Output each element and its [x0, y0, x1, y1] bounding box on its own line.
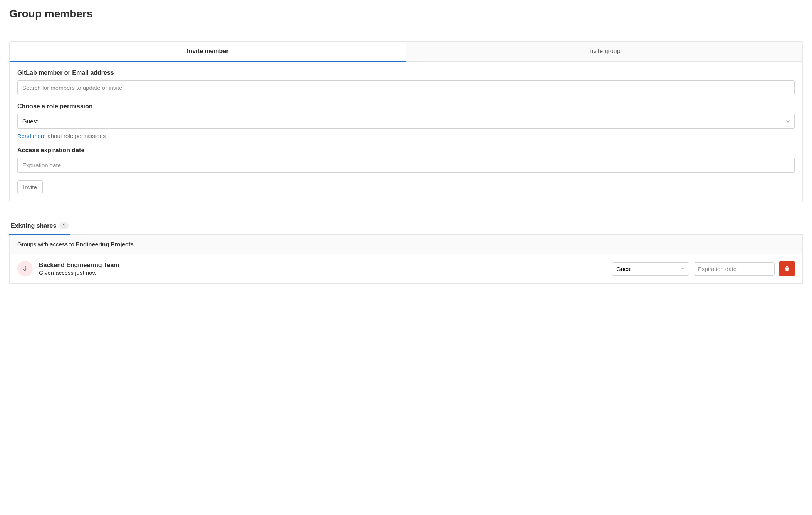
role-help-rest: about role permissions	[46, 133, 106, 139]
tab-existing-shares[interactable]: Existing shares 1	[9, 217, 70, 235]
shares-header: Groups with access to Engineering Projec…	[9, 235, 803, 254]
share-expiration-input[interactable]	[694, 262, 775, 276]
page-title: Group members	[9, 8, 803, 20]
delete-share-button[interactable]	[779, 261, 795, 276]
existing-shares-section: Existing shares 1 Groups with access to …	[9, 217, 803, 284]
shares-header-project: Engineering Projects	[76, 241, 134, 247]
share-info: Backend Engineering Team Given access ju…	[39, 262, 606, 276]
divider	[9, 29, 803, 29]
role-label: Choose a role permission	[17, 103, 795, 110]
share-controls: Guest	[612, 261, 795, 276]
role-select[interactable]: Guest	[17, 114, 795, 129]
read-more-link[interactable]: Read more	[17, 133, 46, 139]
existing-shares-label: Existing shares	[11, 222, 56, 229]
member-search-input[interactable]	[17, 80, 795, 95]
share-row: J Backend Engineering Team Given access …	[9, 254, 803, 284]
expiration-label: Access expiration date	[17, 147, 795, 154]
role-help-text: Read more about role permissions	[17, 133, 795, 139]
invite-panel: GitLab member or Email address Choose a …	[9, 62, 803, 202]
member-label: GitLab member or Email address	[17, 69, 795, 76]
share-role-select[interactable]: Guest	[612, 262, 689, 276]
invite-tabs: Invite member Invite group	[9, 41, 803, 62]
avatar: J	[17, 261, 33, 276]
trash-icon	[784, 266, 790, 272]
tab-invite-member[interactable]: Invite member	[10, 42, 406, 62]
shares-header-prefix: Groups with access to	[17, 241, 76, 247]
tab-invite-group[interactable]: Invite group	[406, 42, 803, 62]
expiration-input[interactable]	[17, 158, 795, 173]
existing-shares-count-badge: 1	[59, 222, 68, 229]
share-meta: Given access just now	[39, 269, 606, 276]
share-name: Backend Engineering Team	[39, 262, 606, 269]
invite-button[interactable]: Invite	[17, 180, 43, 194]
